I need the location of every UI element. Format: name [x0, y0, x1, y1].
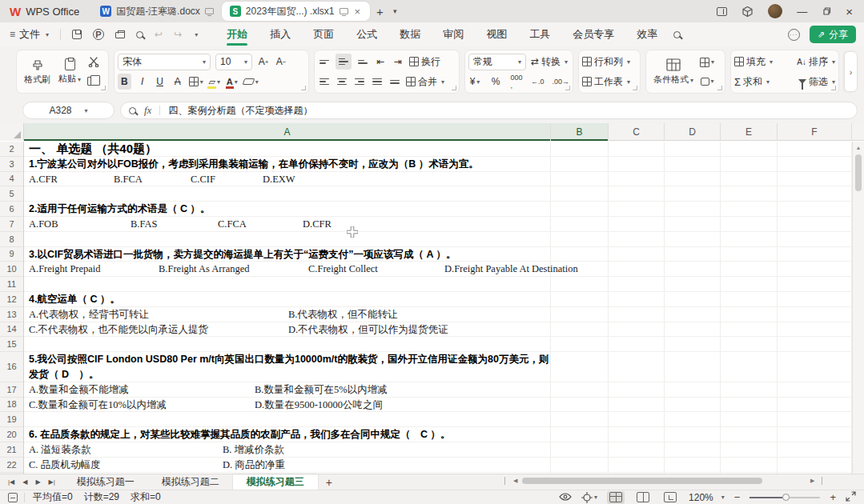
cell[interactable]: A.数量和金额不能增减	[29, 382, 129, 398]
align-left-icon[interactable]	[318, 74, 331, 90]
search-icon[interactable]	[673, 31, 681, 38]
cut-button[interactable]	[87, 54, 100, 70]
cell[interactable]: C.不代表物权，也不能凭以向承运人提货	[29, 322, 208, 338]
grid-row-19[interactable]	[24, 412, 852, 427]
print-preview-icon[interactable]	[136, 31, 143, 38]
sheet-tab-1[interactable]: 模拟练习题二	[148, 474, 233, 490]
cell[interactable]: A.Freight Prepaid	[29, 262, 101, 277]
row-number-7[interactable]: 7	[0, 217, 23, 232]
menu-tab-3[interactable]: 公式	[345, 22, 388, 46]
strikethrough-button[interactable]: A	[171, 74, 184, 90]
grid-row-9[interactable]: 3.以CIF贸易术语进口一批货物，卖方提交的海运提单上有关于“运费支付”一项应该…	[24, 247, 852, 262]
sort-button[interactable]: A↓排序▾	[797, 55, 835, 69]
bold-button[interactable]: B	[118, 74, 131, 90]
paste-button[interactable]: 粘贴▾	[54, 57, 85, 86]
cell[interactable]: B.Freight As Arranged	[159, 262, 250, 277]
convert-button[interactable]: ⇄ 转换▾	[531, 55, 568, 69]
grid-row-16[interactable]: 5.我公司按照CIF London USD80 Per m/t向英国出口数量为1…	[24, 352, 852, 382]
grid-row-4[interactable]: A.CFRB.FCAC.CIFD.EXW	[24, 172, 852, 187]
column-header-B[interactable]: B	[551, 123, 609, 141]
cell[interactable]: 4.航空运单（ C ）。	[29, 292, 120, 307]
column-header-A[interactable]: A	[24, 123, 551, 141]
quick-toolbar-caret-icon[interactable]: ▾	[195, 31, 198, 38]
row-number-5[interactable]: 5	[0, 186, 23, 202]
copy-button[interactable]: ▾	[87, 74, 100, 90]
menu-tab-0[interactable]: 开始	[215, 22, 259, 46]
cell[interactable]: 1.宁波某公司对外以FOB报价，考虑到采用集装箱运输，在单价保持不变时，应改为（…	[29, 157, 479, 172]
file-menu-button[interactable]: ≡ 文件 ▾	[0, 27, 55, 42]
grid-row-6[interactable]: 2.适用于任何运输方式的术语是（ C ）。	[24, 202, 852, 217]
select-all-corner[interactable]	[0, 123, 24, 141]
column-header-F[interactable]: F	[778, 123, 852, 141]
doc-tab-word[interactable]: W 国贸题-汪寒璐.docx	[92, 0, 222, 22]
align-bottom-icon[interactable]	[356, 54, 369, 70]
new-tab-button[interactable]: +	[370, 5, 390, 18]
zoom-in-button[interactable]: +	[830, 491, 836, 503]
grid-row-7[interactable]: A.FOBB.FASC.FCAD.CFR	[24, 217, 852, 232]
share-button[interactable]: ⇗ 分享	[810, 26, 856, 43]
next-sheet-icon[interactable]: ▶	[35, 478, 40, 486]
row-number-17[interactable]: 17	[0, 382, 23, 398]
currency-button[interactable]: ¥▾	[468, 74, 481, 90]
cell[interactable]: C.Freight Collect	[308, 262, 378, 277]
hscroll-left-icon[interactable]: ◀	[513, 478, 517, 484]
name-box[interactable]: A328 ▾	[22, 102, 115, 119]
grid-row-20[interactable]: 6. 在品质条款的规定上，对某些比较难掌握其品质的农副产品，我们多在合同中规定（…	[24, 427, 852, 442]
row-number-15[interactable]: 15	[0, 337, 23, 352]
font-name-select[interactable]: 宋体▾	[118, 54, 211, 70]
grid-row-5[interactable]	[24, 186, 852, 202]
row-number-10[interactable]: 10	[0, 262, 23, 277]
grid-row-8[interactable]	[24, 232, 852, 247]
cell[interactable]: 3.以CIF贸易术语进口一批货物，卖方提交的海运提单上有关于“运费支付”一项应该…	[29, 247, 456, 262]
tab-close-icon[interactable]: ×	[353, 6, 363, 18]
hscroll-right-icon[interactable]: ▶	[810, 478, 814, 484]
font-size-select[interactable]: 10▾	[215, 54, 252, 70]
fullscreen-icon[interactable]	[846, 491, 856, 504]
row-number-3[interactable]: 3	[0, 157, 23, 172]
grid-row-21[interactable]: A. 溢短装条款B. 增减价条款	[24, 442, 852, 458]
column-header-C[interactable]: C	[609, 123, 665, 141]
sheet-tab-0[interactable]: 模拟练习题一	[63, 474, 148, 490]
grid-row-2[interactable]: 一、 单选题 （共40题）	[24, 142, 852, 157]
page-layout-view-button[interactable]	[634, 491, 652, 504]
menu-tab-8[interactable]: 会员专享	[561, 22, 625, 46]
save-icon[interactable]	[72, 30, 82, 39]
last-sheet-icon[interactable]: ▶|	[49, 478, 55, 486]
comma-style-button[interactable]: 000,	[510, 74, 523, 90]
font-color-button[interactable]: A▾	[226, 74, 239, 90]
cell[interactable]: D.Freight Payable At Destination	[444, 262, 578, 277]
increase-font-button[interactable]: A+	[257, 54, 270, 70]
cell[interactable]: D.CFR	[303, 217, 332, 232]
eraser-button[interactable]: ▾	[243, 74, 259, 90]
zoom-slider-knob[interactable]	[782, 494, 790, 501]
page-break-view-button[interactable]	[661, 491, 679, 504]
row-number-6[interactable]: 6	[0, 202, 23, 217]
scroll-up-icon[interactable]: ▲	[853, 145, 864, 150]
menu-tab-7[interactable]: 工具	[518, 22, 561, 46]
fx-icon[interactable]: fx	[144, 104, 151, 117]
row-number-13[interactable]: 13	[0, 307, 23, 322]
prev-sheet-icon[interactable]: ◀	[22, 478, 27, 486]
cell[interactable]: A.FOB	[29, 217, 58, 232]
decrease-decimal-button[interactable]: .00→	[553, 74, 570, 90]
status-tool-icon[interactable]	[8, 493, 18, 502]
restore-button[interactable]	[822, 6, 831, 16]
increase-indent-icon[interactable]: ⇥	[392, 54, 404, 70]
tab-list-caret-icon[interactable]: ▾	[390, 7, 400, 15]
grid-row-15[interactable]	[24, 337, 852, 352]
menu-tab-9[interactable]: 效率	[625, 22, 669, 46]
sidebar-toggle-icon[interactable]	[717, 7, 727, 16]
cell[interactable]: C.FCA	[218, 217, 247, 232]
format-painter-button[interactable]: 格式刷	[20, 57, 54, 87]
cell[interactable]: A.代表物权，经背书可转让	[29, 307, 149, 322]
conditional-format-button[interactable]: 条件格式▾	[649, 57, 697, 87]
row-number-19[interactable]: 19	[0, 412, 23, 427]
cell-style-button[interactable]: ▾	[700, 54, 714, 70]
grid-row-13[interactable]: A.代表物权，经背书可转让B.代表物权，但不能转让	[24, 307, 852, 322]
cell[interactable]: D.数量在9500-10000公吨之间	[255, 398, 383, 413]
cell[interactable]: B. 增减价条款	[223, 442, 284, 458]
user-avatar[interactable]	[768, 4, 782, 18]
app-tab[interactable]: W WPS Office	[0, 0, 92, 22]
grid-row-22[interactable]: C. 品质机动幅度D. 商品的净重	[24, 458, 852, 473]
cell[interactable]: C. 品质机动幅度	[29, 458, 101, 473]
